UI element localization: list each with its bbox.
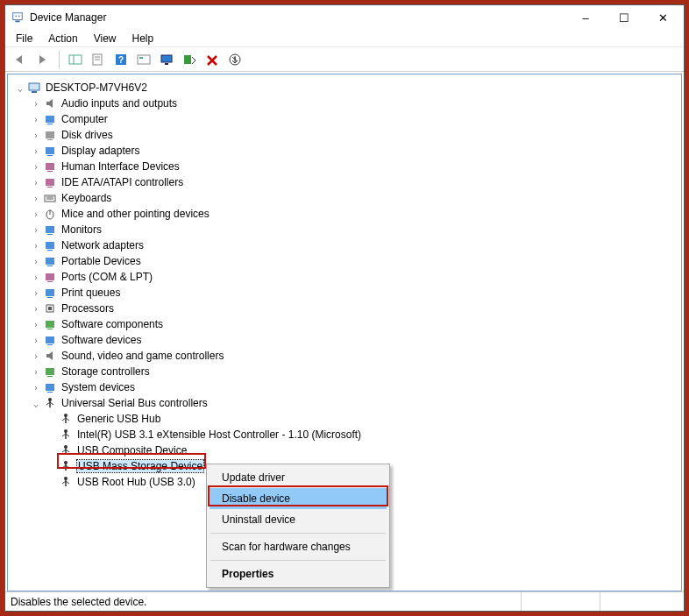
expand-icon[interactable]: › [31,114,41,124]
console-tree-icon[interactable] [134,50,153,69]
show-hide-tree-icon[interactable] [66,50,85,69]
tree-category[interactable]: ›Human Interface Devices [31,159,678,174]
expand-icon[interactable]: › [31,335,41,345]
svg-rect-27 [46,179,54,186]
expand-icon[interactable]: › [31,272,41,282]
swcomp-icon [43,317,57,331]
close-button[interactable]: ✕ [643,5,682,30]
tree-category-label: Storage controllers [61,365,150,378]
update-icon[interactable] [225,50,245,69]
menu-help[interactable]: Help [125,32,161,46]
tree-category[interactable]: ›Computer [31,111,678,127]
tree-category[interactable]: ›Audio inputs and outputs [31,96,678,111]
expand-icon[interactable]: › [31,303,41,314]
forward-icon[interactable] [33,50,53,69]
svg-rect-41 [47,281,53,282]
usb-icon [59,475,73,489]
titlebar: Device Manager – ☐ ✕ [5,5,684,30]
svg-rect-46 [46,321,54,328]
tree-category[interactable]: ›Network adapters [31,237,678,253]
tree-category[interactable]: ›Mice and other pointing devices [31,206,678,222]
tree-category[interactable]: ›Processors [31,301,678,316]
tree-pane[interactable]: ⌄ DESKTOP-M7VH6V2 ›Audio inputs and outp… [7,74,682,591]
expand-icon[interactable]: › [31,287,41,298]
svg-rect-1 [15,21,19,23]
menu-view[interactable]: View [87,32,124,46]
tree-category[interactable]: ›IDE ATA/ATAPI controllers [31,174,678,190]
tree-category-label: Ports (COM & LPT) [61,271,153,283]
expand-icon[interactable]: › [31,130,41,140]
tree-device[interactable]: USB Composite Device [46,443,678,458]
properties-icon[interactable] [89,50,108,69]
tree-category[interactable]: ›Monitors [31,222,678,237]
minimize-button[interactable]: – [566,5,605,30]
scan-icon[interactable] [180,50,199,69]
display-icon [43,144,57,158]
collapse-icon[interactable]: ⌄ [15,82,25,93]
collapse-icon[interactable]: ⌄ [31,398,41,408]
expand-icon[interactable]: › [31,240,41,251]
tree-category-label: Sound, video and game controllers [61,350,224,362]
delete-icon[interactable] [202,50,222,69]
expand-icon[interactable]: › [31,224,41,235]
expand-icon[interactable]: › [31,145,41,156]
tree-category-label: Portable Devices [61,255,141,267]
cm-separator [210,533,386,534]
tree-category-label: System devices [61,381,135,393]
tree-category[interactable]: ›Disk drives [31,127,678,143]
menu-action[interactable]: Action [41,32,84,46]
tree-category-label: Keyboards [61,192,111,204]
svg-rect-39 [47,266,53,266]
app-icon [11,11,25,25]
expand-icon[interactable]: › [31,256,41,266]
tree-category[interactable]: ›Keyboards [31,190,678,206]
monitor-icon[interactable] [157,50,176,69]
tree-category[interactable]: ›Print queues [31,285,678,301]
storage-icon [43,365,57,379]
expand-icon[interactable]: › [31,319,41,329]
expand-icon[interactable]: › [31,193,41,203]
swdev-icon [43,333,57,347]
tree-category-label: Human Interface Devices [61,160,180,173]
tree-category[interactable]: ›Display adapters [31,143,678,159]
menu-file[interactable]: File [9,32,39,46]
usb-icon [59,459,73,473]
cm-properties[interactable]: Properties [210,563,387,584]
tree-category-label: Print queues [61,287,120,299]
back-icon[interactable] [11,50,30,69]
tree-category-label: Universal Serial Bus controllers [61,397,208,409]
svg-rect-19 [46,116,54,123]
usb-icon [59,428,73,442]
cm-disable-device[interactable]: Disable device [210,488,387,509]
tree-device[interactable]: Generic USB Hub [46,411,678,427]
help-icon[interactable]: ? [111,50,131,69]
maximize-button[interactable]: ☐ [605,5,643,30]
svg-rect-40 [46,273,54,280]
expand-icon[interactable]: › [31,177,41,188]
svg-rect-22 [47,139,53,140]
expand-icon[interactable]: › [31,209,41,219]
svg-rect-45 [48,307,52,310]
tree-category-label: Display adapters [61,145,139,157]
tree-root[interactable]: ⌄ DESKTOP-M7VH6V2 [15,80,678,96]
cm-uninstall-device[interactable]: Uninstall device [210,509,387,530]
cm-update-driver[interactable]: Update driver [210,467,387,488]
tree-category-label: Processors [61,302,114,315]
expand-icon[interactable]: › [31,98,41,109]
statusbar-text: Disables the selected device. [11,596,521,608]
tree-category[interactable]: ›Ports (COM & LPT) [31,269,678,285]
expand-icon[interactable]: › [31,350,41,361]
tree-category[interactable]: ›Software devices [31,332,678,348]
cm-scan-hardware[interactable]: Scan for hardware changes [210,536,387,557]
tree-category-usb[interactable]: ⌄Universal Serial Bus controllers [31,395,678,411]
tree-category[interactable]: ›Portable Devices [31,253,678,269]
tree-category[interactable]: ›Storage controllers [31,364,678,379]
expand-icon[interactable]: › [31,382,41,393]
tree-category[interactable]: ›Software components [31,316,678,332]
tree-category[interactable]: ›System devices [31,379,678,395]
svg-rect-28 [47,187,53,188]
expand-icon[interactable]: › [31,366,41,377]
expand-icon[interactable]: › [31,161,41,172]
tree-category[interactable]: ›Sound, video and game controllers [31,348,678,364]
tree-device[interactable]: Intel(R) USB 3.1 eXtensible Host Control… [46,427,678,443]
